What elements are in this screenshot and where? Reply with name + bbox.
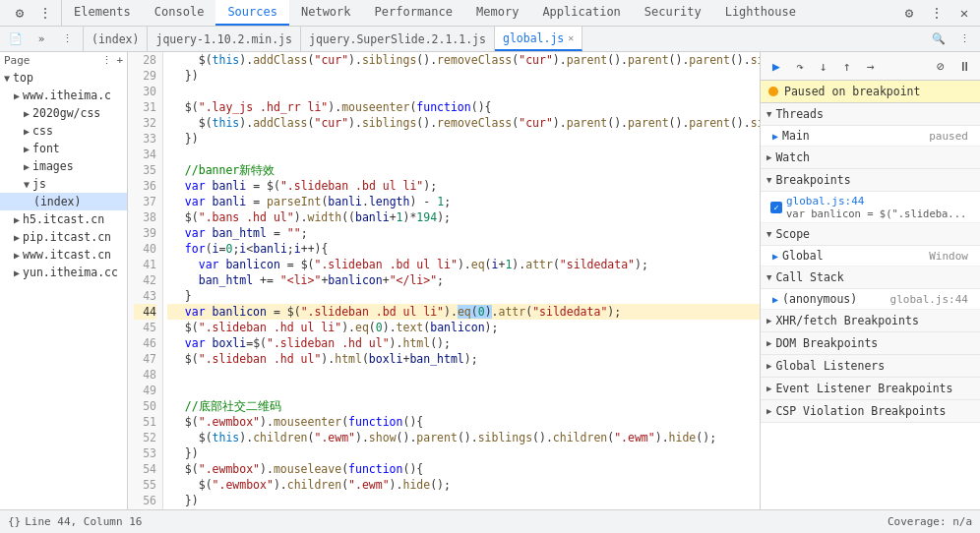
top-toolbar: ⚙ ⋮ Elements Console Sources Network Per… xyxy=(0,0,980,27)
arrow-icon: ▼ xyxy=(4,73,10,84)
resume-icon[interactable]: ▶ xyxy=(766,56,786,76)
item-label: css xyxy=(32,124,53,138)
arrow-icon: ▶ xyxy=(14,250,20,261)
scope-section-header[interactable]: ▼ Scope xyxy=(761,223,980,246)
paused-label: Paused on breakpoint xyxy=(784,85,920,98)
sidebar-item-top[interactable]: ▼ top xyxy=(0,69,127,87)
more-file-options-icon[interactable]: ⋮ xyxy=(952,28,976,51)
tab-console[interactable]: Console xyxy=(143,0,216,26)
event-listener-section-header[interactable]: ▶ Event Listener Breakpoints xyxy=(761,378,980,400)
code-line-36: var banli = $(".slideban .bd ul li"); xyxy=(167,178,760,194)
status-bar-right: Coverage: n/a xyxy=(888,515,972,528)
step-into-icon[interactable]: ↓ xyxy=(814,56,833,76)
file-tab-jquery[interactable]: jquery-1.10.2.min.js xyxy=(148,27,300,51)
sidebar-item-h5[interactable]: ▶ h5.itcast.cn xyxy=(0,210,127,228)
dom-triangle-icon: ▶ xyxy=(766,338,771,348)
sidebar-item-pip[interactable]: ▶ pip.itcast.cn xyxy=(0,228,127,246)
scope-label: Scope xyxy=(775,227,810,241)
dom-section-header[interactable]: ▶ DOM Breakpoints xyxy=(761,332,980,355)
search-in-file-icon[interactable]: 🔍 xyxy=(927,28,950,51)
status-position: Line 44, Column 16 xyxy=(25,515,142,528)
sidebar-item-images[interactable]: ▶ images xyxy=(0,157,127,175)
settings-icon[interactable]: ⚙ xyxy=(8,1,31,25)
tab-network[interactable]: Network xyxy=(289,0,363,26)
watch-section-header[interactable]: ▶ Watch xyxy=(761,147,980,169)
sidebar-page-header[interactable]: Page ⋮ + xyxy=(0,52,127,69)
sidebar-more-icon[interactable]: ⋮ xyxy=(101,54,112,67)
item-label: js xyxy=(32,177,46,191)
code-line-30 xyxy=(167,84,760,99)
event-listener-label: Event Listener Breakpoints xyxy=(775,382,952,395)
code-editor[interactable]: 28 29 30 31 32 33 34 35 36 37 38 39 40 4… xyxy=(128,52,760,509)
global-listeners-section-header[interactable]: ▶ Global Listeners xyxy=(761,355,980,378)
file-tab-index[interactable]: (index) xyxy=(84,27,148,51)
scope-arrow-icon: ▶ xyxy=(772,251,778,262)
item-label: pip.itcast.cn xyxy=(23,230,111,244)
tab-security[interactable]: Security xyxy=(633,0,713,26)
thread-main-item[interactable]: ▶ Main paused xyxy=(761,126,980,147)
csp-triangle-icon: ▶ xyxy=(766,406,771,416)
item-label: 2020gw/css xyxy=(32,106,100,120)
settings-gear-icon[interactable]: ⚙ xyxy=(897,1,921,25)
item-label: h5.itcast.cn xyxy=(23,212,104,226)
show-navigator-icon[interactable]: 📄 xyxy=(4,28,28,51)
tab-elements[interactable]: Elements xyxy=(62,0,143,26)
step-out-icon[interactable]: ↑ xyxy=(837,56,857,76)
scope-global-item[interactable]: ▶ Global Window xyxy=(761,246,980,266)
sidebar-item-wwwitcast[interactable]: ▶ www.itcast.cn xyxy=(0,246,127,264)
deactivate-breakpoints-icon[interactable]: ⊘ xyxy=(931,56,950,76)
thread-play-icon: ▶ xyxy=(772,131,778,142)
sidebar-item-css[interactable]: ▶ css xyxy=(0,122,127,140)
file-tab-superslide[interactable]: jquery.SuperSlide.2.1.1.js xyxy=(301,27,495,51)
code-line-34 xyxy=(167,147,760,162)
threads-section-header[interactable]: ▼ Threads xyxy=(761,103,980,126)
arrow-icon: ▶ xyxy=(24,126,30,137)
sidebar-new-icon[interactable]: + xyxy=(116,54,123,67)
code-line-57: // 资源消耗 xyxy=(167,508,760,509)
tab-memory[interactable]: Memory xyxy=(464,0,530,26)
format-icon[interactable]: {} xyxy=(8,515,21,528)
item-label: (index) xyxy=(33,195,81,208)
breakpoint-text: global.js:44 var banlicon = $(".slideba.… xyxy=(786,195,966,219)
csp-section-header[interactable]: ▶ CSP Violation Breakpoints xyxy=(761,400,980,423)
pause-exceptions-icon[interactable]: ⏸ xyxy=(954,56,974,76)
arrow-icon: ▶ xyxy=(14,232,20,243)
thread-main-label: Main xyxy=(782,129,810,143)
file-tab-globaljs[interactable]: global.js ✕ xyxy=(495,27,582,51)
more-tabs-icon[interactable]: » xyxy=(30,28,53,51)
breakpoint-item[interactable]: ✓ global.js:44 var banlicon = $(".slideb… xyxy=(761,192,980,223)
code-line-50: //底部社交二维码 xyxy=(167,398,760,414)
callstack-section-header[interactable]: ▼ Call Stack xyxy=(761,266,980,289)
sidebar-item-itheima[interactable]: ▶ www.itheima.c xyxy=(0,87,127,104)
sidebar-item-js[interactable]: ▼ js xyxy=(0,175,127,193)
breakpoint-checkbox[interactable]: ✓ xyxy=(770,202,782,213)
tab-performance[interactable]: Performance xyxy=(363,0,464,26)
more-icon[interactable]: ⋮ xyxy=(33,1,57,25)
code-line-44: var banlicon = $(".slideban .bd ul li").… xyxy=(167,304,760,320)
code-lines[interactable]: $(this).addClass("cur").siblings().remov… xyxy=(163,52,760,509)
arrow-icon: ▼ xyxy=(24,179,30,190)
callstack-label: Call Stack xyxy=(775,270,843,284)
breakpoints-section-header[interactable]: ▼ Breakpoints xyxy=(761,169,980,192)
close-tab-icon[interactable]: ✕ xyxy=(568,32,574,43)
code-line-33: }) xyxy=(167,131,760,147)
code-line-31: $(".lay_js .hd_rr li").mouseenter(functi… xyxy=(167,99,760,115)
more-dots-icon[interactable]: ⋮ xyxy=(925,1,949,25)
callstack-item[interactable]: ▶ (anonymous) global.js:44 xyxy=(761,289,980,310)
xhr-section-header[interactable]: ▶ XHR/fetch Breakpoints xyxy=(761,310,980,332)
tab-sources[interactable]: Sources xyxy=(215,0,289,26)
sidebar-item-yun[interactable]: ▶ yun.itheima.cc xyxy=(0,264,127,281)
step-icon[interactable]: → xyxy=(861,56,881,76)
sidebar-item-font[interactable]: ▶ font xyxy=(0,140,127,157)
code-line-54: $(".ewmbox").mouseleave(function(){ xyxy=(167,461,760,477)
step-over-icon[interactable]: ↷ xyxy=(790,56,810,76)
close-devtools-icon[interactable]: ✕ xyxy=(952,1,976,25)
code-area: 28 29 30 31 32 33 34 35 36 37 38 39 40 4… xyxy=(128,52,760,509)
code-line-41: var banlicon = $(".slideban .bd ul li").… xyxy=(167,257,760,272)
new-snippet-icon[interactable]: ⋮ xyxy=(55,28,79,51)
item-label: www.itheima.c xyxy=(23,89,111,102)
sidebar-item-2020gw[interactable]: ▶ 2020gw/css xyxy=(0,104,127,122)
sidebar-item-index-file[interactable]: (index) xyxy=(0,193,127,210)
tab-application[interactable]: Application xyxy=(530,0,632,26)
tab-lighthouse[interactable]: Lighthouse xyxy=(713,0,808,26)
